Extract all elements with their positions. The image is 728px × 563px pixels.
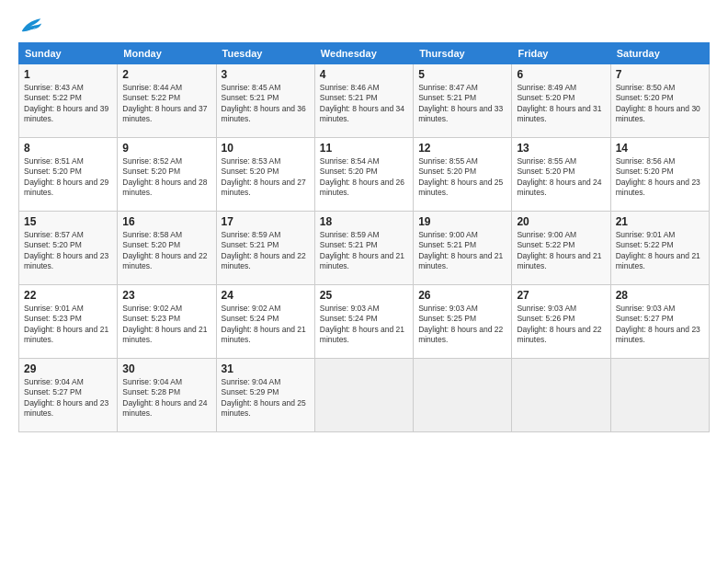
weekday-header-saturday: Saturday: [610, 43, 709, 64]
calendar-cell: [512, 359, 610, 432]
weekday-header-tuesday: Tuesday: [216, 43, 314, 64]
day-number: 25: [320, 289, 408, 302]
day-info: Sunrise: 8:59 AM Sunset: 5:21 PM Dayligh…: [320, 230, 408, 272]
calendar-cell: 14Sunrise: 8:56 AM Sunset: 5:20 PM Dayli…: [610, 138, 709, 212]
calendar-week-row: 29Sunrise: 9:04 AM Sunset: 5:27 PM Dayli…: [19, 359, 710, 432]
day-number: 23: [122, 289, 210, 302]
weekday-header-friday: Friday: [512, 43, 610, 64]
calendar-cell: 19Sunrise: 9:00 AM Sunset: 5:21 PM Dayli…: [414, 212, 512, 285]
day-info: Sunrise: 8:55 AM Sunset: 5:20 PM Dayligh…: [517, 156, 605, 199]
calendar-week-row: 1Sunrise: 8:43 AM Sunset: 5:22 PM Daylig…: [19, 64, 710, 138]
header: [18, 17, 710, 35]
logo-text: [18, 17, 42, 35]
day-number: 2: [122, 68, 210, 81]
calendar-cell: 24Sunrise: 9:02 AM Sunset: 5:24 PM Dayli…: [216, 285, 314, 359]
day-number: 5: [418, 68, 506, 81]
day-number: 15: [24, 215, 112, 228]
day-number: 19: [418, 215, 506, 228]
day-number: 24: [222, 289, 310, 302]
calendar-cell: 17Sunrise: 8:59 AM Sunset: 5:21 PM Dayli…: [216, 212, 314, 285]
calendar-cell: 7Sunrise: 8:50 AM Sunset: 5:20 PM Daylig…: [610, 64, 709, 138]
calendar-table: SundayMondayTuesdayWednesdayThursdayFrid…: [18, 42, 710, 432]
calendar-cell: 22Sunrise: 9:01 AM Sunset: 5:23 PM Dayli…: [19, 285, 118, 359]
logo: [18, 17, 42, 35]
calendar-week-row: 8Sunrise: 8:51 AM Sunset: 5:20 PM Daylig…: [19, 138, 710, 212]
day-info: Sunrise: 9:01 AM Sunset: 5:23 PM Dayligh…: [24, 304, 112, 346]
calendar-cell: 12Sunrise: 8:55 AM Sunset: 5:20 PM Dayli…: [414, 138, 512, 212]
calendar-cell: 20Sunrise: 9:00 AM Sunset: 5:22 PM Dayli…: [512, 212, 610, 285]
calendar-cell: 5Sunrise: 8:47 AM Sunset: 5:21 PM Daylig…: [414, 64, 512, 138]
day-info: Sunrise: 8:50 AM Sunset: 5:20 PM Dayligh…: [616, 83, 704, 125]
day-info: Sunrise: 9:02 AM Sunset: 5:24 PM Dayligh…: [222, 304, 310, 346]
calendar-cell: 18Sunrise: 8:59 AM Sunset: 5:21 PM Dayli…: [314, 212, 413, 285]
day-number: 8: [24, 142, 112, 155]
day-info: Sunrise: 9:01 AM Sunset: 5:22 PM Dayligh…: [616, 230, 704, 272]
day-info: Sunrise: 8:57 AM Sunset: 5:20 PM Dayligh…: [24, 230, 112, 272]
day-number: 3: [222, 68, 310, 81]
day-info: Sunrise: 9:03 AM Sunset: 5:26 PM Dayligh…: [517, 304, 605, 346]
day-info: Sunrise: 8:45 AM Sunset: 5:21 PM Dayligh…: [222, 83, 310, 125]
calendar-cell: [610, 359, 709, 432]
calendar-cell: 3Sunrise: 8:45 AM Sunset: 5:21 PM Daylig…: [216, 64, 314, 138]
calendar-cell: 23Sunrise: 9:02 AM Sunset: 5:23 PM Dayli…: [118, 285, 216, 359]
weekday-header-monday: Monday: [118, 43, 216, 64]
day-info: Sunrise: 9:04 AM Sunset: 5:29 PM Dayligh…: [222, 377, 310, 419]
weekday-header-row: SundayMondayTuesdayWednesdayThursdayFrid…: [19, 43, 710, 64]
calendar-cell: 30Sunrise: 9:04 AM Sunset: 5:28 PM Dayli…: [118, 359, 216, 432]
day-number: 1: [24, 68, 112, 81]
day-info: Sunrise: 9:04 AM Sunset: 5:28 PM Dayligh…: [122, 377, 210, 419]
logo-bird-icon: [20, 17, 42, 35]
calendar-cell: 29Sunrise: 9:04 AM Sunset: 5:27 PM Dayli…: [19, 359, 118, 432]
day-info: Sunrise: 8:58 AM Sunset: 5:20 PM Dayligh…: [122, 230, 210, 272]
day-info: Sunrise: 8:44 AM Sunset: 5:22 PM Dayligh…: [122, 83, 210, 125]
day-number: 9: [122, 142, 210, 155]
calendar-cell: 1Sunrise: 8:43 AM Sunset: 5:22 PM Daylig…: [19, 64, 118, 138]
calendar-cell: 15Sunrise: 8:57 AM Sunset: 5:20 PM Dayli…: [19, 212, 118, 285]
day-info: Sunrise: 9:03 AM Sunset: 5:24 PM Dayligh…: [320, 304, 408, 346]
day-number: 31: [222, 362, 310, 375]
day-number: 10: [222, 142, 310, 155]
calendar-cell: 11Sunrise: 8:54 AM Sunset: 5:20 PM Dayli…: [314, 138, 413, 212]
day-info: Sunrise: 9:04 AM Sunset: 5:27 PM Dayligh…: [24, 377, 112, 419]
calendar-cell: 4Sunrise: 8:46 AM Sunset: 5:21 PM Daylig…: [314, 64, 413, 138]
calendar-cell: 2Sunrise: 8:44 AM Sunset: 5:22 PM Daylig…: [118, 64, 216, 138]
calendar-cell: 16Sunrise: 8:58 AM Sunset: 5:20 PM Dayli…: [118, 212, 216, 285]
calendar-cell: 9Sunrise: 8:52 AM Sunset: 5:20 PM Daylig…: [118, 138, 216, 212]
calendar-cell: 21Sunrise: 9:01 AM Sunset: 5:22 PM Dayli…: [610, 212, 709, 285]
day-number: 11: [320, 142, 408, 155]
day-number: 27: [517, 289, 605, 302]
day-number: 20: [517, 215, 605, 228]
day-info: Sunrise: 9:03 AM Sunset: 5:27 PM Dayligh…: [616, 304, 704, 346]
day-info: Sunrise: 9:02 AM Sunset: 5:23 PM Dayligh…: [122, 304, 210, 346]
calendar-cell: 31Sunrise: 9:04 AM Sunset: 5:29 PM Dayli…: [216, 359, 314, 432]
day-number: 26: [418, 289, 506, 302]
day-number: 17: [222, 215, 310, 228]
day-number: 16: [122, 215, 210, 228]
day-number: 14: [616, 142, 704, 155]
day-info: Sunrise: 8:53 AM Sunset: 5:20 PM Dayligh…: [222, 156, 310, 199]
calendar-cell: [314, 359, 413, 432]
calendar-week-row: 22Sunrise: 9:01 AM Sunset: 5:23 PM Dayli…: [19, 285, 710, 359]
day-number: 7: [616, 68, 704, 81]
day-info: Sunrise: 8:52 AM Sunset: 5:20 PM Dayligh…: [122, 156, 210, 199]
day-number: 12: [418, 142, 506, 155]
weekday-header-wednesday: Wednesday: [314, 43, 413, 64]
weekday-header-sunday: Sunday: [19, 43, 118, 64]
day-info: Sunrise: 8:55 AM Sunset: 5:20 PM Dayligh…: [418, 156, 506, 199]
day-number: 13: [517, 142, 605, 155]
day-info: Sunrise: 8:46 AM Sunset: 5:21 PM Dayligh…: [320, 83, 408, 125]
day-info: Sunrise: 9:00 AM Sunset: 5:22 PM Dayligh…: [517, 230, 605, 272]
weekday-header-thursday: Thursday: [414, 43, 512, 64]
calendar-cell: 6Sunrise: 8:49 AM Sunset: 5:20 PM Daylig…: [512, 64, 610, 138]
day-info: Sunrise: 8:54 AM Sunset: 5:20 PM Dayligh…: [320, 156, 408, 199]
calendar-cell: 13Sunrise: 8:55 AM Sunset: 5:20 PM Dayli…: [512, 138, 610, 212]
calendar-cell: 25Sunrise: 9:03 AM Sunset: 5:24 PM Dayli…: [314, 285, 413, 359]
calendar-page: SundayMondayTuesdayWednesdayThursdayFrid…: [0, 0, 728, 442]
day-info: Sunrise: 8:49 AM Sunset: 5:20 PM Dayligh…: [517, 83, 605, 125]
day-info: Sunrise: 8:56 AM Sunset: 5:20 PM Dayligh…: [616, 156, 704, 199]
day-number: 22: [24, 289, 112, 302]
day-number: 6: [517, 68, 605, 81]
day-number: 21: [616, 215, 704, 228]
calendar-cell: 27Sunrise: 9:03 AM Sunset: 5:26 PM Dayli…: [512, 285, 610, 359]
day-info: Sunrise: 9:03 AM Sunset: 5:25 PM Dayligh…: [418, 304, 506, 346]
